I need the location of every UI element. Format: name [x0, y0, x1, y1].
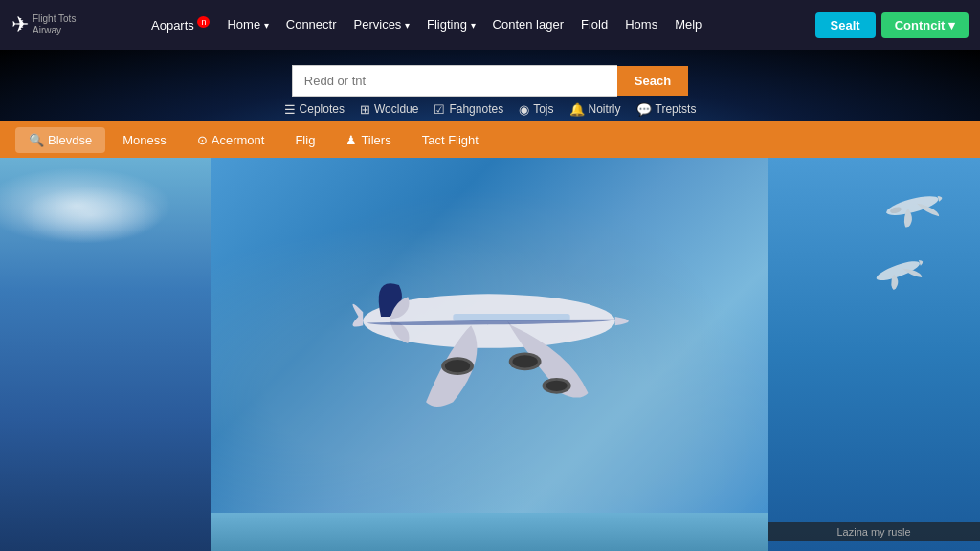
logo-text: Flight Tots Airway — [33, 13, 76, 36]
tojs-icon: ◉ — [519, 102, 529, 117]
hero-area: Seach ☰ Ceplotes ⊞ Wocldue ☑ Fahgnotes ◉… — [0, 50, 980, 121]
center-panel — [211, 158, 768, 551]
nav-fiold[interactable]: Fiold — [573, 13, 615, 35]
treptsts-icon: 💬 — [636, 102, 652, 117]
svg-point-4 — [512, 355, 537, 367]
noitrly-icon: 🔔 — [569, 102, 585, 117]
quick-link-treptsts[interactable]: 💬 Treptsts — [636, 102, 697, 117]
orange-nav-bar: 🔍 Blevdse Moness ⊙ Acermont Flig ♟ Tiler… — [0, 121, 980, 158]
header: ✈ Flight Tots Airway Aoparts n Home ▾ Co… — [0, 0, 980, 50]
svg-point-6 — [546, 381, 568, 391]
nav-homs[interactable]: Homs — [617, 13, 665, 35]
right-panel-label: Lazina my rusle — [768, 522, 980, 541]
nav-conten-lager[interactable]: Conten lager — [485, 13, 571, 35]
quick-links-bar: ☰ Ceplotes ⊞ Wocldue ☑ Fahgnotes ◉ Tojs … — [284, 102, 697, 117]
center-panel-bottom — [211, 513, 768, 551]
main-nav: Aoparts n Home ▾ Connectr Pervices ▾ Fli… — [144, 13, 815, 36]
airplane-image — [307, 177, 671, 483]
chevron-down-icon-4: ▾ — [948, 18, 955, 33]
svg-point-8 — [884, 192, 940, 219]
orange-nav-moness[interactable]: Moness — [109, 127, 180, 153]
nav-home[interactable]: Home ▾ — [219, 13, 276, 35]
search-bar: Seach — [292, 65, 688, 97]
small-plane-1 — [871, 177, 956, 238]
nav-melp[interactable]: Melp — [667, 13, 709, 35]
ceplotes-icon: ☰ — [284, 102, 296, 117]
quick-link-ceplotes[interactable]: ☰ Ceplotes — [284, 102, 345, 117]
chevron-down-icon: ▾ — [264, 20, 269, 31]
nav-badge: n — [197, 16, 210, 28]
quick-link-tojs[interactable]: ◉ Tojs — [519, 102, 553, 117]
svg-point-2 — [445, 360, 470, 372]
chevron-down-icon-2: ▾ — [405, 20, 410, 31]
logo-line1: Flight Tots — [33, 13, 76, 25]
chevron-down-icon-3: ▾ — [471, 20, 476, 31]
wocldue-icon: ⊞ — [360, 102, 370, 117]
logo: ✈ Flight Tots Airway — [11, 12, 126, 37]
logo-plane-icon: ✈ — [11, 12, 29, 37]
main-content: Lazina my rusle — [0, 158, 980, 551]
orange-nav-blevdse[interactable]: 🔍 Blevdse — [15, 127, 105, 153]
orange-nav-tact-flight[interactable]: Tact Flight — [409, 127, 492, 153]
fahgnotes-icon: ☑ — [434, 102, 445, 117]
orange-nav-acermont[interactable]: ⊙ Acermont — [184, 127, 278, 153]
sealt-button[interactable]: Sealt — [815, 12, 876, 38]
small-plane-2 — [860, 243, 936, 302]
circle-icon-nav: ⊙ — [197, 133, 208, 147]
person-icon-nav: ♟ — [345, 133, 357, 147]
quick-link-fahgnotes[interactable]: ☑ Fahgnotes — [434, 102, 503, 117]
left-panel — [0, 158, 211, 551]
orange-nav-flig[interactable]: Flig — [281, 127, 328, 153]
nav-connectr[interactable]: Connectr — [278, 13, 345, 35]
logo-line2: Airway — [33, 25, 76, 36]
right-panel: Lazina my rusle — [768, 158, 980, 551]
quick-link-wocldue[interactable]: ⊞ Wocldue — [360, 102, 418, 117]
contact-button[interactable]: Contncit ▾ — [881, 12, 969, 38]
orange-nav-tilers[interactable]: ♟ Tilers — [332, 127, 404, 153]
nav-aoparts[interactable]: Aoparts n — [144, 13, 217, 36]
search-input[interactable] — [292, 65, 617, 97]
nav-fligting[interactable]: Fligting ▾ — [419, 13, 483, 35]
search-icon-nav: 🔍 — [29, 133, 44, 147]
quick-link-noitrly[interactable]: 🔔 Noitrly — [569, 102, 621, 117]
nav-pervices[interactable]: Pervices ▾ — [346, 13, 417, 35]
header-buttons: Sealt Contncit ▾ — [815, 12, 969, 38]
search-button[interactable]: Seach — [617, 66, 688, 96]
